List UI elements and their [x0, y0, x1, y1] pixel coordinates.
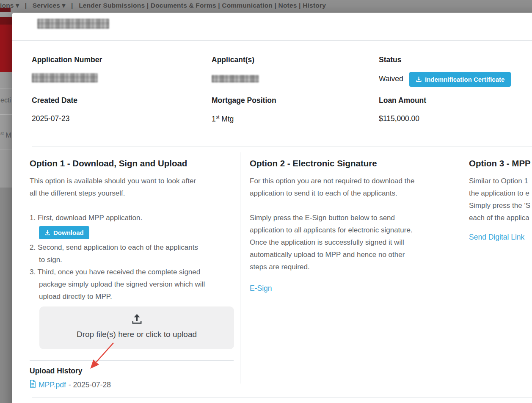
option1-title: Option 1 - Download, Sign and Upload	[30, 158, 234, 168]
created-date-value: 2025-07-23	[32, 114, 70, 123]
option2-title: Option 2 - Electronic Signature	[250, 158, 449, 168]
modal-header-divider	[12, 40, 532, 41]
background-page-strip: ecti st M	[0, 12, 12, 403]
applicants-redacted-value	[212, 75, 259, 83]
file-icon	[30, 380, 36, 390]
upload-history-entry: MPP.pdf - 2025-07-28	[30, 380, 234, 390]
download-icon	[416, 76, 422, 83]
indemnification-certificate-label: Indemnification Certificate	[425, 76, 504, 83]
option1-intro: This option is available should you want…	[30, 175, 234, 199]
option3-title: Option 3 - MPP	[469, 158, 532, 168]
indemnification-certificate-button[interactable]: Indemnification Certificate	[409, 72, 511, 87]
option1-column: Option 1 - Download, Sign and Upload Thi…	[30, 158, 234, 390]
background-red-banner-top	[0, 17, 12, 25]
upload-history-title: Upload History	[30, 367, 234, 375]
background-navbar: ions ▾ | Services ▾ | Lender Submissions…	[0, 0, 532, 12]
uploaded-file-link[interactable]: MPP.pdf	[39, 381, 66, 389]
dropzone-text: Drop file(s) here or click to upload	[39, 330, 234, 339]
send-digital-link[interactable]: Send Digital Link	[469, 233, 524, 242]
background-text-fragment-section: ecti	[0, 97, 11, 104]
background-red-banner	[0, 25, 12, 72]
created-date-label: Created Date	[32, 96, 77, 105]
option2-column: Option 2 - Electronic Signature For this…	[250, 158, 449, 293]
background-row-divider	[0, 159, 12, 159]
modal-bottom-divider	[32, 397, 532, 397]
option2-para1: For this option you are not required to …	[250, 175, 449, 199]
option1-step1: 1. First, download MPP application.	[30, 212, 234, 224]
application-modal: Application Number Applicant(s) Status W…	[12, 13, 532, 403]
background-row-divider	[0, 88, 12, 88]
background-text-fragment-mtg: st M	[0, 131, 11, 139]
applicants-label: Applicant(s)	[212, 55, 254, 64]
esign-link[interactable]: E-Sign	[250, 284, 272, 293]
background-nav-text: ions ▾ | Services ▾ | Lender Submissions…	[0, 2, 326, 9]
download-icon	[44, 230, 50, 236]
status-value: Waived	[379, 75, 403, 83]
mortgage-position-label: Mortgage Position	[212, 96, 276, 105]
application-number-redacted-value	[32, 73, 98, 83]
option3-body: Similar to Option 1 the application to e…	[469, 175, 532, 224]
option3-column: Option 3 - MPP Similar to Option 1 the a…	[469, 158, 532, 242]
option-divider-2	[456, 152, 456, 384]
loan-amount-value: $115,000.00	[379, 114, 419, 123]
status-label: Status	[379, 55, 401, 64]
option-divider-1	[240, 152, 240, 384]
background-row-divider	[0, 114, 12, 115]
uploaded-file-date: - 2025-07-28	[69, 381, 111, 389]
mortgage-position-value: 1st Mtg	[212, 114, 234, 124]
loan-amount-label: Loan Amount	[379, 96, 426, 105]
modal-title-redacted-name	[37, 19, 109, 29]
background-dark-panel	[0, 188, 12, 403]
option2-para2: Simply press the E-Sign button below to …	[250, 212, 449, 273]
option1-step2: 2. Second, send application to each of t…	[30, 241, 234, 266]
info-options-divider	[32, 146, 532, 146]
upload-icon	[131, 319, 143, 326]
application-number-label: Application Number	[32, 55, 102, 64]
background-row-divider	[0, 149, 12, 149]
download-button-label: Download	[53, 229, 84, 236]
option1-step3: 3. Third, once you have received the com…	[30, 266, 234, 303]
file-dropzone[interactable]: Drop file(s) here or click to upload	[39, 306, 234, 349]
download-button[interactable]: Download	[39, 226, 89, 239]
upload-history-divider	[30, 360, 234, 361]
